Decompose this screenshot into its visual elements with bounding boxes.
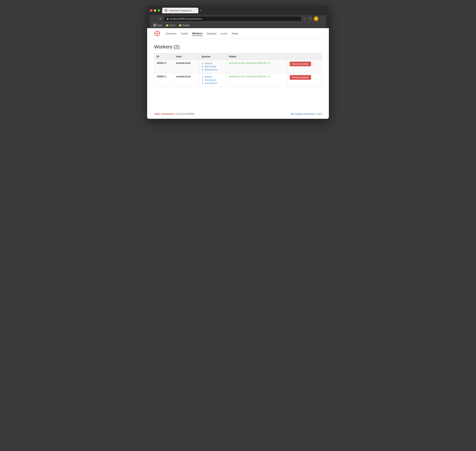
tab-bar: ActionHero Resque UI × + — [162, 8, 203, 13]
svg-point-7 — [157, 36, 158, 36]
worker-queues: default fast-queue slow-queue — [199, 60, 226, 73]
col-id: ID — [154, 53, 174, 60]
remove-worker-button[interactable]: Remove Worker — [290, 75, 311, 80]
col-action — [287, 53, 322, 60]
page-title: Workers (2) — [154, 44, 322, 50]
status-working-text: working on fast-queue#fastTask for 1s — [229, 62, 270, 64]
address-bar: ‹ › ↻ 🔒 localhost:8080/resque#/workers ☆… — [150, 15, 326, 22]
page-footer: redis connection: 127.0.0.1:6379#0 ah-re… — [147, 109, 329, 119]
nav-overview[interactable]: Overview — [166, 31, 177, 36]
table-header-row: ID Host Queues Status — [154, 53, 322, 60]
remove-worker-button[interactable]: Remove Worker — [290, 62, 311, 66]
worker-status: working on fast-queue#fastTask for 1s — [226, 73, 287, 87]
queue-fast-link[interactable]: fast-queue — [205, 79, 216, 81]
worker-action: Remove Worker — [287, 73, 322, 87]
nav-locks[interactable]: Locks — [220, 31, 227, 36]
col-queues: Queues — [199, 53, 226, 60]
app-logo — [154, 30, 160, 37]
bookmark-voom[interactable]: 📁 Voom — [165, 24, 177, 27]
queue-slow-link[interactable]: slow-queue — [205, 68, 217, 71]
queue-default-link[interactable]: default — [205, 75, 212, 78]
apps-button[interactable]: Apps — [152, 23, 164, 27]
redis-label: redis connection: — [154, 113, 175, 115]
version-value: 1.0.0 — [317, 113, 322, 115]
app-nav: Overview Failed Workers Delayed Locks Re… — [147, 28, 329, 39]
status-working-text: working on fast-queue#fastTask for 1s — [229, 75, 270, 78]
menu-icon[interactable]: ⋮ — [320, 17, 324, 21]
apps-grid-icon — [153, 24, 156, 27]
bookmark-voom-label: Voom — [170, 24, 175, 27]
worker-id: 49906+2 — [154, 60, 174, 73]
forward-button[interactable]: › — [155, 17, 158, 21]
table-row: 49906+1 evantop.local default fast-queue… — [154, 73, 322, 87]
main-content: Workers (2) ID Host Queues Status 49906+… — [147, 39, 329, 109]
svg-point-8 — [154, 33, 155, 34]
active-tab[interactable]: ActionHero Resque UI × — [162, 8, 198, 13]
svg-point-9 — [159, 33, 160, 34]
bookmark-icon[interactable]: ☆ — [303, 17, 307, 21]
folder-icon: 📁 — [166, 24, 169, 27]
nav-workers[interactable]: Workers — [192, 31, 202, 36]
nav-redis[interactable]: Redis — [232, 31, 238, 36]
worker-host: evantop.local — [174, 73, 199, 87]
tab-title: ActionHero Resque UI — [169, 9, 191, 12]
nav-buttons: ‹ › ↻ — [152, 17, 163, 21]
apps-label: Apps — [157, 24, 162, 27]
table-row: 49906+2 evantop.local default fast-queue… — [154, 60, 322, 73]
col-host: Host — [174, 53, 199, 60]
nav-delayed[interactable]: Delayed — [207, 31, 216, 36]
info-icon[interactable]: ⓘ — [308, 17, 312, 21]
worker-id: 49906+1 — [154, 73, 174, 87]
footer-version: ah-resque-ui version: 1.0.0 — [291, 113, 322, 115]
bookmarks-bar: Apps 📁 Voom 📁 Seattle — [150, 22, 326, 28]
tab-close-button[interactable]: × — [193, 9, 196, 12]
version-label: ah-resque-ui version: — [291, 113, 316, 115]
address-lock-icon: 🔒 — [166, 18, 169, 20]
title-bar: ActionHero Resque UI × + ‹ › ↻ 🔒 localho… — [147, 5, 329, 28]
col-status: Status — [226, 53, 287, 60]
worker-status: working on fast-queue#fastTask for 1s — [226, 60, 287, 73]
bookmark-seattle[interactable]: 📁 Seattle — [177, 24, 191, 27]
footer-redis: redis connection: 127.0.0.1:6379#0 — [154, 113, 194, 115]
workers-table: ID Host Queues Status 49906+2 evantop.lo… — [154, 53, 322, 87]
nav-failed[interactable]: Failed — [181, 31, 188, 36]
queue-fast-link[interactable]: fast-queue — [205, 65, 216, 68]
address-actions: ☆ ⓘ P ⋮ — [303, 16, 324, 21]
new-tab-button[interactable]: + — [198, 9, 203, 12]
folder-icon: 📁 — [179, 24, 182, 27]
redis-value: 127.0.0.1:6379#0 — [175, 113, 194, 115]
close-button[interactable] — [150, 9, 152, 12]
address-input[interactable]: 🔒 localhost:8080/resque#/workers — [164, 17, 301, 21]
svg-point-6 — [157, 31, 158, 31]
bookmark-seattle-label: Seattle — [183, 24, 189, 27]
queue-default-link[interactable]: default — [205, 62, 212, 65]
worker-queues: default fast-queue slow-queue — [199, 73, 226, 87]
queue-slow-link[interactable]: slow-queue — [205, 82, 217, 84]
window-controls — [150, 9, 160, 12]
minimize-button[interactable] — [154, 9, 156, 12]
worker-action: Remove Worker — [287, 60, 322, 73]
url-display: localhost:8080/resque#/workers — [170, 18, 202, 20]
back-button[interactable]: ‹ — [152, 17, 154, 21]
maximize-button[interactable] — [158, 9, 160, 12]
tab-favicon — [165, 9, 167, 12]
browser-window: ActionHero Resque UI × + ‹ › ↻ 🔒 localho… — [147, 5, 329, 119]
user-avatar[interactable]: P — [314, 16, 318, 21]
page-content: Overview Failed Workers Delayed Locks Re… — [147, 28, 329, 119]
worker-host: evantop.local — [174, 60, 199, 73]
reload-button[interactable]: ↻ — [159, 17, 163, 21]
nav-links: Overview Failed Workers Delayed Locks Re… — [166, 31, 238, 36]
